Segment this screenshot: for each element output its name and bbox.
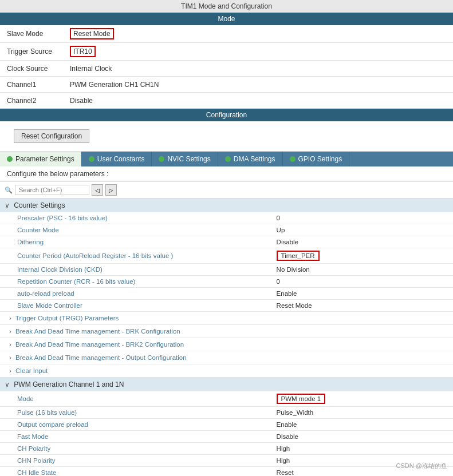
tab-parameter-settings[interactable]: Parameter Settings <box>0 152 82 166</box>
mode-label: Channel1 <box>7 81 70 89</box>
highlighted-value: Reset Mode <box>70 28 114 39</box>
table-row: Internal Clock Division (CKD) No Divisio… <box>0 264 453 276</box>
search-input[interactable] <box>15 185 89 195</box>
param-name: Fast Mode <box>0 431 272 443</box>
expand-arrow-icon: › <box>9 354 11 361</box>
mode-section-header: Mode <box>0 13 453 25</box>
expand-label[interactable]: › Clear Input <box>0 364 453 378</box>
tab-label: GPIO Settings <box>298 155 342 163</box>
table-row: Repetition Counter (RCR - 16 bits value)… <box>0 276 453 288</box>
reset-config-button[interactable]: Reset Configuration <box>14 129 89 143</box>
param-value-cell: Disable <box>272 431 453 443</box>
expand-label[interactable]: › Break And Dead Time management - BRK C… <box>0 325 453 338</box>
tab-dma-settings[interactable]: DMA Settings <box>218 152 283 166</box>
mode-row: Clock Source Internal Clock <box>0 61 453 77</box>
param-value-cell: 0 <box>272 212 453 224</box>
table-row: auto-reload preload Enable <box>0 288 453 300</box>
expandable-group-row[interactable]: › Clear Input <box>0 364 453 378</box>
expandable-group-row[interactable]: › Break And Dead Time management - BRK C… <box>0 325 453 338</box>
table-row: Dithering Disable <box>0 236 453 248</box>
param-name: CHN Polarity <box>0 455 272 467</box>
param-name: Prescaler (PSC - 16 bits value) <box>0 212 272 224</box>
mode-value[interactable]: Reset Mode <box>70 28 446 39</box>
table-row: Pulse (16 bits value) Pulse_Width <box>0 407 453 419</box>
tab-gpio-settings[interactable]: GPIO Settings <box>283 152 350 166</box>
param-name: Dithering <box>0 236 272 248</box>
mode-label: Channel2 <box>7 97 70 105</box>
mode-value: Internal Clock <box>70 65 446 73</box>
param-value: High <box>277 445 290 452</box>
config-section-header: Configuration <box>0 109 453 121</box>
group-name: Clear Input <box>15 367 48 374</box>
expand-label[interactable]: › Trigger Output (TRGO) Parameters <box>0 312 453 325</box>
group-name: Break And Dead Time management - BRK Con… <box>15 328 180 335</box>
table-row: Counter Mode Up <box>0 224 453 236</box>
param-name: auto-reload preload <box>0 288 272 300</box>
group-toggle-icon: ∨ <box>5 201 10 209</box>
next-nav-button[interactable]: ▷ <box>105 184 117 196</box>
expand-label[interactable]: › Break And Dead Time management - Outpu… <box>0 351 453 364</box>
mode-value: PWM Generation CH1 CH1N <box>70 81 446 89</box>
counter-settings-header[interactable]: ∨ Counter Settings <box>0 199 453 212</box>
expand-arrow-icon: › <box>9 328 11 335</box>
param-value: High <box>277 457 290 464</box>
expandable-group-row[interactable]: › Break And Dead Time management - Outpu… <box>0 351 453 364</box>
param-value-cell: 0 <box>272 276 453 288</box>
param-value: 0 <box>277 215 280 221</box>
mode-section: Slave Mode Reset Mode Trigger Source ITR… <box>0 25 453 109</box>
param-name: Mode <box>0 391 272 407</box>
title-bar: TIM1 Mode and Configuration <box>0 0 453 13</box>
table-row: CH Idle State Reset <box>0 467 453 477</box>
watermark: CSDN @冻结的鱼 <box>396 462 447 470</box>
parameter-table: ∨ Counter Settings Prescaler (PSC - 16 b… <box>0 199 453 476</box>
param-value-cell: Pulse_Width <box>272 407 453 419</box>
param-value: Reset <box>277 469 294 476</box>
param-name: Repetition Counter (RCR - 16 bits value) <box>0 276 272 288</box>
mode-label: Slave Mode <box>7 30 70 38</box>
group-name: Break And Dead Time management - BRK2 Co… <box>15 341 184 348</box>
param-value-cell: High <box>272 443 453 455</box>
tab-label: Parameter Settings <box>15 155 74 163</box>
tab-dot <box>290 156 296 162</box>
param-name: Slave Mode Controller <box>0 300 272 312</box>
pwm-group-label: PWM Generation Channel 1 and 1N <box>14 380 124 388</box>
search-icon: 🔍 <box>5 187 13 194</box>
param-value-cell: No Division <box>272 264 453 276</box>
param-value-cell: Reset Mode <box>272 300 453 312</box>
param-value-cell: Up <box>272 224 453 236</box>
expand-label[interactable]: › Break And Dead Time management - BRK2 … <box>0 338 453 351</box>
tab-dot <box>89 156 94 162</box>
param-name: Counter Mode <box>0 224 272 236</box>
mode-row: Channel1 PWM Generation CH1 CH1N <box>0 77 453 93</box>
tabs-bar: Parameter SettingsUser ConstantsNVIC Set… <box>0 152 453 166</box>
param-name: CH Idle State <box>0 467 272 477</box>
param-value: Pulse_Width <box>277 409 314 416</box>
table-row: CHN Polarity High <box>0 455 453 467</box>
param-value: Disable <box>277 433 298 440</box>
prev-nav-button[interactable]: ◁ <box>92 184 103 196</box>
param-name: Internal Clock Division (CKD) <box>0 264 272 276</box>
param-value-cell: Enable <box>272 419 453 431</box>
app-title: TIM1 Mode and Configuration <box>181 2 272 10</box>
param-value: Reset Mode <box>277 302 312 309</box>
table-row: Counter Period (AutoReload Register - 16… <box>0 248 453 264</box>
tab-dot <box>225 156 231 162</box>
config-section: Reset Configuration Parameter SettingsUs… <box>0 121 453 476</box>
mode-row: Channel2 Disable <box>0 93 453 109</box>
mode-label: Trigger Source <box>7 47 70 55</box>
params-header: Configure the below parameters : <box>0 166 453 182</box>
expand-arrow-icon: › <box>9 315 11 322</box>
tab-nvic-settings[interactable]: NVIC Settings <box>152 152 218 166</box>
tab-user-constants[interactable]: User Constants <box>82 152 152 166</box>
param-value: No Division <box>277 266 310 273</box>
param-value-cell: PWM mode 1 <box>272 391 453 407</box>
pwm-group-header[interactable]: ∨ PWM Generation Channel 1 and 1N <box>0 378 453 392</box>
expandable-group-row[interactable]: › Trigger Output (TRGO) Parameters <box>0 312 453 325</box>
param-value-cell: Enable <box>272 288 453 300</box>
param-value: Disable <box>277 239 298 245</box>
table-row: Slave Mode Controller Reset Mode <box>0 300 453 312</box>
table-row: Output compare preload Enable <box>0 419 453 431</box>
mode-value: Disable <box>70 97 446 105</box>
mode-value[interactable]: ITR10 <box>70 46 446 57</box>
expandable-group-row[interactable]: › Break And Dead Time management - BRK2 … <box>0 338 453 351</box>
